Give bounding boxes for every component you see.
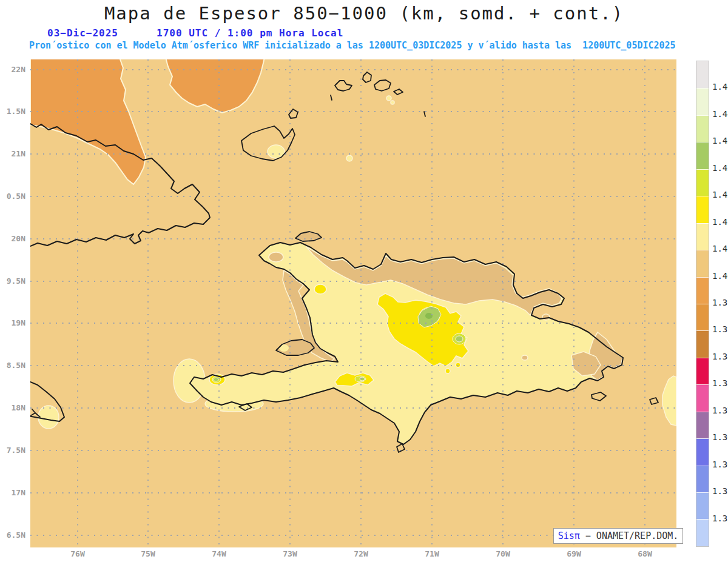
colorbar-segment xyxy=(696,519,709,546)
colorbar-segment xyxy=(696,330,709,357)
y-axis-label: 0.5N xyxy=(0,192,25,201)
colorbar-level-label: 1.35 xyxy=(712,514,728,523)
colorbar-level-label: 1.386 xyxy=(712,352,728,361)
y-axis-label: 7.5N xyxy=(0,446,25,455)
colorbar-segment xyxy=(696,384,709,411)
y-axis-label: 8.5N xyxy=(0,361,25,370)
colorbar-segment xyxy=(696,277,709,304)
y-axis-label: 19N xyxy=(0,319,25,327)
x-axis-label: 72W xyxy=(343,549,379,558)
yellow-dot-2 xyxy=(456,363,460,367)
colorbar-segment xyxy=(696,115,709,142)
pale-dot-sea-1 xyxy=(346,155,352,161)
colorbar-level-label: 1.416 xyxy=(712,218,728,227)
y-axis-label: 6.5N xyxy=(0,531,25,540)
colorbar xyxy=(696,61,709,547)
x-axis-label: 73W xyxy=(272,549,308,558)
colorbar-segment xyxy=(696,142,709,169)
pale-dot-sea-2 xyxy=(386,96,391,101)
y-axis-label: 21N xyxy=(0,150,25,158)
y-axis-label: 18N xyxy=(0,404,25,412)
green-dark-core-1 xyxy=(425,313,433,319)
colorbar-segment xyxy=(696,196,709,222)
attribution-org: − ONAMET/REP.DOM. xyxy=(580,530,679,541)
colorbar-segment xyxy=(696,412,709,438)
yellow-dot-1 xyxy=(445,369,450,373)
colorbar-segment xyxy=(696,169,709,196)
colorbar-level-label: 1.374 xyxy=(712,406,728,415)
colorbar-level-label: 1.404 xyxy=(712,272,728,281)
tan-dot-1 xyxy=(542,314,550,320)
colorbar-level-label: 1.392 xyxy=(712,325,728,334)
attribution-box: Sisπ − ONAMET/REP.DOM. xyxy=(553,528,683,544)
colorbar-level-label: 1.356 xyxy=(712,487,728,496)
colorbar-level-label: 1.38 xyxy=(712,379,728,388)
y-axis-label: 1.5N xyxy=(0,107,25,116)
weather-map-page: { "header": { "title": "Mapa de Espesor … xyxy=(0,0,728,562)
colorbar-segment xyxy=(696,223,709,250)
colorbar-level-label: 1.44 xyxy=(712,110,728,119)
y-axis-label: 20N xyxy=(0,235,25,243)
colorbar-segment xyxy=(696,466,709,492)
x-axis-label: 74W xyxy=(201,549,237,558)
colorbar-level-label: 1.362 xyxy=(712,460,728,469)
colorbar-segment xyxy=(696,250,709,276)
tan-dot-2 xyxy=(522,355,528,360)
colorbar-level-label: 1.398 xyxy=(712,298,728,307)
x-axis-label: 68W xyxy=(627,549,663,558)
pale-patch-jamaica xyxy=(38,406,59,429)
yellow-spot-west xyxy=(314,284,326,294)
x-axis-label: 69W xyxy=(556,549,592,558)
colorbar-segment xyxy=(696,304,709,330)
x-axis-label: 75W xyxy=(130,549,166,558)
green-core-tiburon xyxy=(214,378,218,381)
pale-dot-sea-3 xyxy=(391,101,394,104)
tan-spot-northwest-peninsula xyxy=(269,252,283,262)
weather-map-canvas xyxy=(0,0,728,562)
colorbar-level-label: 1.41 xyxy=(712,244,728,253)
colorbar-segment xyxy=(696,438,709,465)
y-axis-label: 9.5N xyxy=(0,277,25,286)
colorbar-level-label: 1.434 xyxy=(712,136,728,146)
green-core-cordillera-2 xyxy=(456,336,463,342)
attribution-brand: Sisπ xyxy=(558,530,580,541)
colorbar-level-label: 1.422 xyxy=(712,190,728,199)
colorbar-level-label: 1.368 xyxy=(712,433,728,442)
colorbar-segment xyxy=(696,492,709,519)
colorbar-segment xyxy=(696,358,709,384)
colorbar-level-label: 1.446 xyxy=(712,82,728,92)
colorbar-segment xyxy=(696,61,709,88)
x-axis-label: 71W xyxy=(414,549,450,558)
colorbar-level-label: 1.428 xyxy=(712,164,728,173)
x-axis-label: 70W xyxy=(485,549,521,558)
y-axis-label: 17N xyxy=(0,489,25,497)
x-axis-label: 76W xyxy=(59,549,96,558)
colorbar-segment xyxy=(696,88,709,115)
y-axis-label: 22N xyxy=(0,65,25,74)
